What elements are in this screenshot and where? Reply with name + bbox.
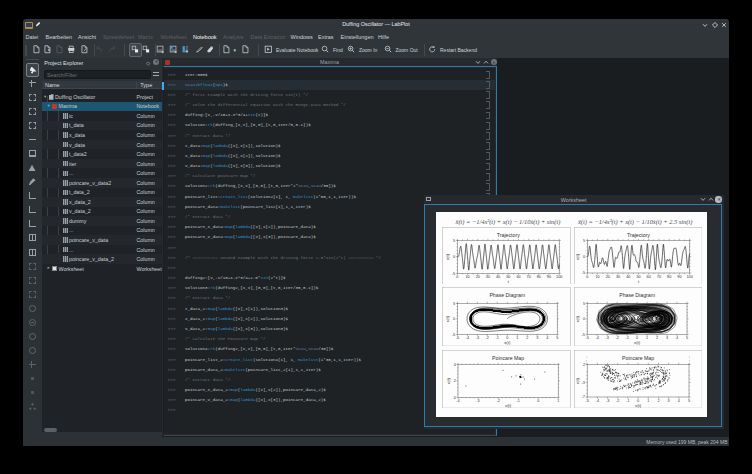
svg-text:x(t): x(t)	[575, 253, 580, 260]
svg-text:-5: -5	[451, 332, 454, 336]
svg-text:-4: -4	[465, 336, 468, 340]
svg-text:-5: -5	[582, 271, 585, 275]
svg-text:100: 100	[686, 275, 692, 279]
svg-text:1: 1	[646, 336, 648, 340]
svg-text:5: 5	[583, 301, 585, 305]
svg-text:4: 4	[678, 399, 680, 403]
svg-text:0: 0	[586, 275, 588, 279]
svg-text:x(t): x(t)	[635, 402, 642, 407]
svg-text:30: 30	[616, 275, 620, 279]
svg-text:2: 2	[656, 336, 658, 340]
svg-text:3: 3	[536, 336, 538, 340]
svg-text:0: 0	[583, 317, 585, 321]
svg-text:v(t): v(t)	[446, 377, 451, 384]
svg-text:-5: -5	[585, 336, 588, 340]
svg-text:5: 5	[556, 336, 558, 340]
svg-text:-5: -5	[451, 271, 454, 275]
svg-text:-2: -2	[615, 336, 618, 340]
svg-text:10: 10	[465, 275, 469, 279]
svg-text:Poincare Map: Poincare Map	[492, 355, 524, 361]
svg-text:5: 5	[583, 238, 585, 242]
svg-text:-2: -2	[496, 399, 499, 403]
svg-text:v(t): v(t)	[575, 377, 580, 384]
svg-text:-7: -7	[581, 395, 584, 399]
svg-text:x(t): x(t)	[505, 402, 512, 407]
svg-text:2: 2	[453, 379, 455, 383]
svg-text:30: 30	[485, 275, 489, 279]
svg-text:100: 100	[556, 275, 562, 279]
svg-text:5: 5	[688, 399, 690, 403]
svg-text:5: 5	[453, 238, 455, 242]
svg-text:20: 20	[605, 275, 609, 279]
svg-text:-4: -4	[595, 399, 598, 403]
svg-text:40: 40	[626, 275, 630, 279]
svg-text:5: 5	[453, 301, 455, 305]
svg-text:2: 2	[657, 399, 659, 403]
svg-text:t: t	[638, 278, 640, 283]
svg-text:x(t): x(t)	[634, 339, 641, 344]
svg-text:1: 1	[516, 336, 518, 340]
svg-text:-1: -1	[516, 399, 519, 403]
svg-text:0: 0	[456, 275, 458, 279]
svg-text:3: 3	[667, 399, 669, 403]
svg-text:Phase Diagram: Phase Diagram	[489, 292, 525, 298]
svg-text:90: 90	[677, 275, 681, 279]
svg-text:Phase Diagram: Phase Diagram	[619, 292, 655, 298]
svg-text:0: 0	[537, 399, 539, 403]
svg-text:-1: -1	[625, 336, 628, 340]
svg-text:3: 3	[666, 336, 668, 340]
svg-text:-4: -4	[595, 336, 598, 340]
svg-text:90: 90	[546, 275, 550, 279]
svg-text:10: 10	[595, 275, 599, 279]
svg-text:40: 40	[496, 275, 500, 279]
svg-text:70: 70	[657, 275, 661, 279]
svg-text:-2: -2	[616, 399, 619, 403]
svg-text:0: 0	[453, 255, 455, 259]
svg-text:Trajectory: Trajectory	[496, 232, 519, 238]
svg-text:Poincare Map: Poincare Map	[622, 355, 654, 361]
svg-text:20: 20	[475, 275, 479, 279]
svg-text:1: 1	[647, 399, 649, 403]
svg-text:v(t): v(t)	[445, 315, 450, 322]
svg-text:-5: -5	[455, 336, 458, 340]
svg-text:0: 0	[453, 317, 455, 321]
svg-text:x(t): x(t)	[504, 339, 511, 344]
svg-text:-5: -5	[581, 332, 584, 336]
svg-text:2: 2	[583, 362, 585, 366]
svg-text:-3: -3	[476, 399, 479, 403]
svg-text:2: 2	[526, 336, 528, 340]
svg-text:x(t): x(t)	[445, 253, 450, 260]
svg-text:v(t): v(t)	[575, 315, 580, 322]
svg-text:-4: -4	[456, 399, 459, 403]
svg-text:60: 60	[516, 275, 520, 279]
svg-text:-2: -2	[485, 336, 488, 340]
svg-text:1: 1	[557, 399, 559, 403]
svg-text:4: 4	[546, 336, 548, 340]
svg-text:t: t	[507, 278, 509, 283]
svg-text:Trajectory: Trajectory	[627, 232, 650, 238]
svg-text:0: 0	[583, 255, 585, 259]
svg-text:80: 80	[667, 275, 671, 279]
svg-text:5: 5	[686, 336, 688, 340]
svg-text:-1: -1	[495, 336, 498, 340]
svg-text:4: 4	[453, 362, 455, 366]
svg-text:-3: -3	[606, 399, 609, 403]
svg-text:80: 80	[536, 275, 540, 279]
svg-text:60: 60	[646, 275, 650, 279]
svg-text:-3: -3	[605, 336, 608, 340]
svg-text:70: 70	[526, 275, 530, 279]
svg-text:-5: -5	[585, 399, 588, 403]
svg-text:-3: -3	[581, 380, 584, 384]
svg-text:-3: -3	[475, 336, 478, 340]
svg-text:-1: -1	[626, 399, 629, 403]
svg-text:4: 4	[676, 336, 678, 340]
svg-text:0: 0	[453, 395, 455, 399]
